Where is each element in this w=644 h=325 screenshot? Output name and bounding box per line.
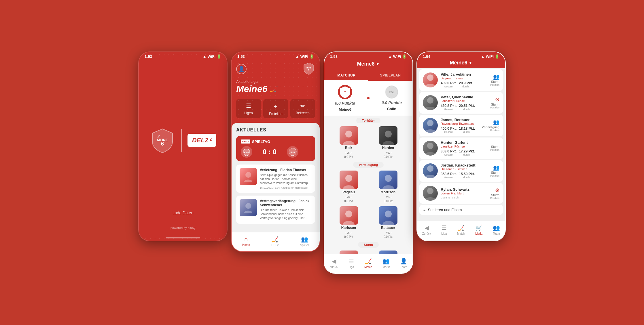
news-meta-1: 16.12.2021 | ESV Kaufbeuren Homepage xyxy=(260,186,312,189)
section-torhueter: Torhüter xyxy=(356,118,380,123)
screen-splash: 1:53 ▲ WiFi 🔋 MEINE 6 DEL2 xyxy=(138,51,228,241)
svg-point-24 xyxy=(427,165,433,172)
nav-zuruck-3[interactable]: ◀ Zurück xyxy=(326,257,342,270)
plus-icon: ＋ xyxy=(273,102,279,110)
svg-text:6: 6 xyxy=(161,141,164,147)
liga-icon-3: ☰ xyxy=(349,258,354,265)
avatar-icon[interactable]: 👤 xyxy=(236,64,247,74)
news-card-1[interactable]: Verletzung - Florian Thomas Beim Spiel g… xyxy=(236,165,315,193)
svg-point-17 xyxy=(385,211,392,217)
player-photo-5 xyxy=(423,163,438,178)
nav-zuruck-4[interactable]: ◀ Zurück xyxy=(419,223,435,236)
player-morrison: Morrison - vs. - 0.0 Pkt xyxy=(371,171,406,203)
beitreten-button[interactable]: ✏ Beitreten xyxy=(290,99,315,118)
status-bar-2: 1:53 ▲ WiFi 🔋 xyxy=(232,52,320,60)
player-photo-2 xyxy=(423,95,438,110)
erstellen-label: Erstellen xyxy=(269,112,283,116)
nav-home[interactable]: ⌂ Home xyxy=(239,235,253,248)
nav-markt-3[interactable]: 👥 Markt xyxy=(379,257,393,270)
player-team-2: Lausitzer Füchse xyxy=(441,99,487,103)
liga-label: Aktuelle Liga xyxy=(236,79,315,84)
sort-bar[interactable]: ≡ Sortieren und Filtern xyxy=(419,205,503,215)
powered-by-text: powered by biteQ xyxy=(171,226,195,230)
player-photo-3 xyxy=(423,118,438,133)
nav-markt-4[interactable]: 🛒 Markt xyxy=(472,223,486,236)
karlsson-name: Karlsson xyxy=(341,226,356,230)
time-4: 1:54 xyxy=(423,54,430,59)
screen-team: 1:54 ▲ WiFi 🔋 Meine6 ▼ xyxy=(416,51,506,241)
match-label-4: Match xyxy=(457,232,465,235)
right-points: 0.0 Punkte xyxy=(382,100,402,105)
news-title-2: Vertragsverlängerung - Janick Schwendene… xyxy=(260,199,312,207)
vs-row: M6 0.0 Punkte Meine6 COL 0.0 Punkte Coli… xyxy=(324,81,412,116)
stat-total-1: 439.0 Pkt. xyxy=(441,81,457,85)
svg-text:COL: COL xyxy=(389,91,395,94)
tab-matchup[interactable]: MATCHUP xyxy=(324,70,368,81)
player-list-item-2[interactable]: Peter, Quenneville Lausitzer Füchse 430.… xyxy=(419,92,503,114)
aktuelles-title: AKTUELLES xyxy=(236,127,315,133)
torhueter-row: Bick - vs. - 0.0 Pkt Herden - vs. - 0.0 … xyxy=(324,125,412,160)
meine6-shield-icon: MEINE 6 xyxy=(149,127,175,153)
player-photo-4 xyxy=(423,141,438,156)
stat-avg-1: 20.9 Pkt. xyxy=(459,81,473,85)
left-team-logo: M6 xyxy=(338,85,352,99)
news-img-1 xyxy=(240,168,257,185)
nav-match-3[interactable]: 🏒 Match xyxy=(361,257,376,270)
morrison-name: Morrison xyxy=(381,190,395,194)
back-icon-3: ◀ xyxy=(332,258,336,265)
svg-text:KBE: KBE xyxy=(244,151,249,154)
splash-logos: MEINE 6 DEL2 2 xyxy=(149,127,217,153)
ligen-button[interactable]: ☰ Ligen xyxy=(236,99,261,118)
sturm-row: Blackwater - vs. - 0.0 Pkt Knackstedt - … xyxy=(324,249,412,254)
matchup-tabs: MATCHUP SPIELPLAN xyxy=(324,70,412,81)
stat-avg-3: 18.18 Pkt. xyxy=(459,127,475,131)
player-herden: Herden - vs. - 0.0 Pkt xyxy=(371,126,406,158)
nav-liga-3[interactable]: ☰ Liga xyxy=(345,257,357,270)
del2-logo: DEL2 2 xyxy=(187,134,217,147)
player-pos-6: Sturm xyxy=(490,193,499,197)
score-display: 0 : 0 xyxy=(263,148,276,156)
player-karlsson: Karlsson - vs. - 0.0 Pkt xyxy=(332,206,366,238)
nav-spieler[interactable]: 👥 Spieler xyxy=(297,235,312,248)
stat-avg-2: 20.51 Pkt. xyxy=(459,104,475,108)
player-photo-1 xyxy=(423,72,438,87)
svg-point-22 xyxy=(427,120,433,126)
time-2: 1:53 xyxy=(237,54,245,59)
bick-name: Bick xyxy=(345,146,352,150)
player-list-item-4[interactable]: Hunter, Garlent Lausitzer Füchse 363.0 P… xyxy=(419,137,503,159)
filter-icon: ≡ xyxy=(423,208,426,212)
player-list-item-1[interactable]: Ville, Järveläinen Bayreuth Tigers 439.0… xyxy=(419,69,503,91)
tab-spielplan[interactable]: SPIELPLAN xyxy=(368,70,412,81)
player-name-3: James, Bettauer xyxy=(441,118,479,122)
match-label-3: Match xyxy=(364,265,372,269)
team-label-4: Team xyxy=(493,232,500,235)
erstellen-button[interactable]: ＋ Erstellen xyxy=(263,99,288,118)
spieltag-card[interactable]: DEL2 SPIELTAG KBE 0 : 0 xyxy=(236,136,315,161)
player-list-item-5[interactable]: Jordan, Knackstedt Dresdner Eislöwen 358… xyxy=(419,160,503,182)
status-icons-1: ▲ WiFi 🔋 xyxy=(203,54,221,59)
home-header: 👤 MEINE 6 xyxy=(232,60,320,79)
nav-team-4[interactable]: 👥 Team xyxy=(489,223,503,236)
news-title-1: Verletzung - Florian Thomas xyxy=(260,168,312,172)
nav-del2[interactable]: 🏒 DEL2 xyxy=(268,235,282,248)
stat-total-3: 400.0 Pkt. xyxy=(441,127,457,131)
header-logo: MEINE 6 xyxy=(302,62,315,76)
markt-label-3: Markt xyxy=(382,265,390,269)
remove-icon-2: ⊗ xyxy=(490,96,499,103)
player-list-item-3[interactable]: James, Bettauer Ravensburg Towerstars 40… xyxy=(419,115,503,136)
vs-dot xyxy=(367,97,370,99)
svg-point-14 xyxy=(345,175,352,182)
player-list-item-6[interactable]: Rylan, Schwartz Löwen Frankfurt Gesamt d… xyxy=(419,183,503,204)
news-card-2[interactable]: Vertragsverlängerung - Janick Schwendene… xyxy=(236,196,315,224)
player-team-4: Lausitzer Füchse xyxy=(441,145,487,148)
verteidigung-row-1: Pageau - vs. - 0.0 Pkt Morrison - vs. - … xyxy=(324,169,412,204)
spieltag-label-text: SPIELTAG xyxy=(252,139,270,144)
news-body-2: Die Dresdner Eislöwen und Janick Schwend… xyxy=(260,208,312,220)
spieler-nav-icon: 👥 xyxy=(301,236,308,243)
nav-match-4[interactable]: 🏒 Match xyxy=(454,223,468,236)
player-knackstedt: Knackstedt - vs. - 0.0 Pkt xyxy=(371,251,406,254)
team-icon-3: 👤 xyxy=(400,258,407,265)
nav-team-3[interactable]: 👤 Team xyxy=(397,257,411,270)
liga-label-3: Liga xyxy=(348,265,354,269)
nav-liga-4[interactable]: ☰ Liga xyxy=(438,223,450,236)
